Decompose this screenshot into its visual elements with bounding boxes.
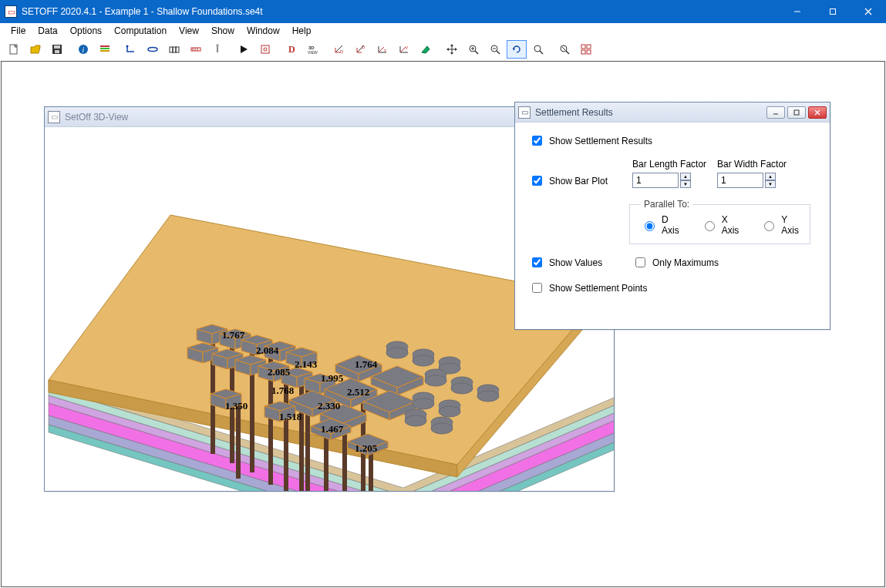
tool-zoomfit-icon[interactable] — [528, 40, 548, 59]
menu-show[interactable]: Show — [205, 24, 241, 38]
svg-text:y: y — [406, 45, 408, 49]
tool-info-icon[interactable]: i — [73, 40, 93, 59]
svg-line-56 — [566, 51, 569, 54]
svg-line-57 — [562, 47, 565, 50]
menu-options[interactable]: Options — [64, 24, 108, 38]
svg-rect-15 — [170, 47, 173, 52]
maximize-button[interactable] — [815, 0, 851, 23]
tool-d-icon[interactable]: D — [281, 40, 302, 59]
settlement-value-label: 1.995 — [321, 372, 343, 385]
close-button[interactable] — [851, 0, 886, 23]
svg-rect-17 — [176, 47, 179, 52]
tool-3dview-icon[interactable]: 3DVIEW — [303, 40, 323, 59]
tool-plate-icon[interactable] — [143, 40, 163, 59]
dialog-titlebar[interactable]: ▭ Settlement Results — [515, 102, 830, 123]
minimize-button[interactable] — [780, 0, 815, 23]
svg-line-34 — [379, 47, 384, 52]
dialog-body: Show Settlement Results Show Bar Plot Ba… — [515, 123, 830, 309]
bar-length-factor-input[interactable] — [632, 173, 679, 188]
bar-width-up-button[interactable]: ▲ — [765, 173, 776, 180]
child-close-button[interactable] — [808, 106, 827, 119]
svg-text:i: i — [83, 45, 85, 54]
svg-line-36 — [400, 47, 406, 52]
only-maximums-checkbox[interactable]: Only Maximums — [632, 255, 719, 270]
tool-save-icon[interactable] — [47, 40, 67, 59]
menu-file[interactable]: File — [5, 24, 32, 38]
parallel-x-axis-radio[interactable]: X Axis — [701, 214, 739, 236]
svg-point-166 — [413, 398, 434, 409]
tool-wedge-icon[interactable] — [416, 40, 436, 59]
dialog-title: Settlement Results — [535, 107, 766, 118]
svg-marker-42 — [450, 52, 453, 55]
bar-width-down-button[interactable]: ▼ — [765, 180, 776, 188]
settlement-value-label: 1.768 — [271, 385, 294, 397]
menu-data[interactable]: Data — [32, 24, 63, 38]
tool-layers-icon[interactable] — [95, 40, 115, 59]
svg-point-13 — [126, 45, 129, 48]
tool-measure-icon[interactable] — [186, 40, 206, 59]
window-buttons — [780, 0, 886, 23]
tool-new-icon[interactable] — [4, 40, 24, 59]
settlement-value-label: 2.512 — [347, 386, 369, 398]
child-minimize-button[interactable] — [766, 106, 785, 119]
show-bar-plot-checkbox[interactable]: Show Bar Plot — [529, 173, 622, 188]
tool-zoom-reset-icon[interactable] — [554, 40, 574, 59]
mdi-client: ▭ SetOff 3D-View — [1, 61, 885, 587]
settlement-results-window: ▭ Settlement Results Show Settlement Res… — [514, 102, 830, 330]
svg-marker-43 — [446, 48, 449, 51]
settlement-value-label: 2.330 — [318, 400, 340, 412]
tool-shape1-icon[interactable] — [121, 40, 141, 59]
doc-icon: ▭ — [518, 106, 531, 119]
settlement-value-label: 2.084 — [256, 344, 278, 357]
menubar: File Data Options Computation View Show … — [0, 23, 886, 39]
app-titlebar: ▭ SETOFF 2020.4.1 - Example 1 - Shallow … — [0, 0, 886, 23]
bar-length-up-button[interactable]: ▲ — [680, 173, 691, 180]
svg-point-23 — [216, 44, 219, 47]
settlement-value-label: 1.350 — [225, 400, 248, 412]
tool-run-icon[interactable] — [234, 40, 254, 59]
toolbar: i D 3DVIEW D D x y — [0, 39, 886, 60]
tool-move-icon[interactable] — [442, 40, 462, 59]
svg-point-157 — [425, 375, 446, 386]
svg-point-163 — [477, 391, 499, 402]
settlement-value-label: 1.767 — [222, 329, 244, 341]
svg-rect-6 — [54, 45, 60, 49]
svg-rect-58 — [581, 45, 585, 49]
tool-zoomout-icon[interactable] — [485, 40, 505, 59]
svg-point-151 — [413, 355, 434, 366]
tool-axis4-icon[interactable]: y — [394, 40, 414, 59]
bar-width-factor-input[interactable] — [717, 173, 763, 188]
svg-marker-24 — [241, 45, 248, 53]
tool-grid-icon[interactable] — [164, 40, 184, 59]
bar-width-factor-label: Bar Width Factor — [717, 159, 787, 170]
show-settlement-results-checkbox[interactable]: Show Settlement Results — [529, 133, 816, 148]
tool-open-icon[interactable] — [25, 40, 45, 59]
parallel-d-axis-radio[interactable]: D Axis — [641, 214, 679, 236]
settlement-value-label: 1.764 — [355, 358, 377, 371]
child-maximize-button[interactable] — [787, 106, 806, 119]
svg-line-50 — [497, 51, 500, 54]
tool-tile-icon[interactable] — [576, 40, 596, 59]
menu-help[interactable]: Help — [286, 24, 318, 38]
tool-zoomin-icon[interactable] — [463, 40, 483, 59]
menu-view[interactable]: View — [173, 24, 205, 38]
menu-window[interactable]: Window — [241, 24, 286, 38]
label: Only Maximums — [652, 257, 719, 268]
tool-rotate-icon[interactable] — [507, 40, 527, 59]
show-settlement-points-checkbox[interactable]: Show Settlement Points — [529, 281, 816, 295]
bar-length-down-button[interactable]: ▼ — [680, 180, 691, 188]
tool-axis3-icon[interactable]: x — [372, 40, 392, 59]
label: Show Settlement Points — [549, 283, 647, 294]
svg-line-54 — [540, 51, 543, 54]
svg-point-175 — [431, 423, 453, 434]
tool-axis2-icon[interactable]: D — [351, 40, 371, 59]
label: Show Bar Plot — [549, 176, 608, 186]
tool-output-icon[interactable] — [255, 40, 275, 59]
show-values-checkbox[interactable]: Show Values — [529, 255, 622, 270]
svg-rect-10 — [100, 45, 109, 47]
tool-pin-icon[interactable] — [207, 40, 227, 59]
menu-computation[interactable]: Computation — [108, 24, 173, 38]
bar-length-factor-label: Bar Length Factor — [632, 159, 706, 170]
tool-axis1-icon[interactable]: D — [329, 40, 349, 59]
parallel-y-axis-radio[interactable]: Y Axis — [760, 214, 799, 236]
